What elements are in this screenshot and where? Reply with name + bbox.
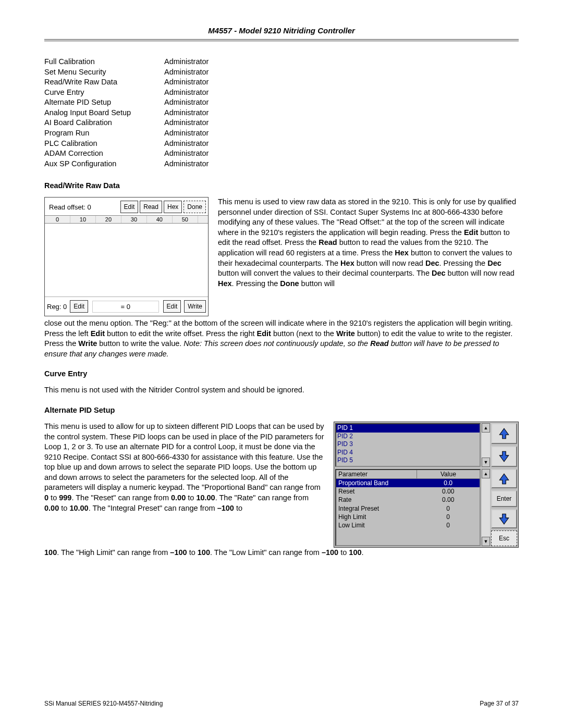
perm-label: Curve Entry xyxy=(44,88,164,98)
section-title-rw: Read/Write Raw Data xyxy=(44,181,519,190)
perm-role: Administrator xyxy=(164,108,268,118)
list-item[interactable]: PID 4 xyxy=(336,449,480,457)
pid-list[interactable]: PID 1 PID 2 PID 3 PID 4 PID 5 xyxy=(335,423,481,467)
section-title-curve: Curve Entry xyxy=(44,369,519,378)
section-title-alt: Alternate PID Setup xyxy=(44,406,519,414)
perm-label: ADAM Correction xyxy=(44,149,164,159)
perm-label: Alternate PID Setup xyxy=(44,97,164,108)
header-rule xyxy=(44,39,519,41)
read-offset-label: Read offset: 0 xyxy=(47,203,119,211)
table-row[interactable]: Integral Preset0 xyxy=(336,504,480,513)
alt-body-left: This menu is used to allow for up to six… xyxy=(44,422,324,548)
rw-panel: Read offset: 0 Edit Read Hex Done 0 10 2… xyxy=(44,197,209,316)
perm-label: Analog Input Board Setup xyxy=(44,108,164,118)
pid-param-table[interactable]: Parameter Value Proportional Band0.0 Res… xyxy=(335,469,481,546)
perm-label: Read/Write Raw Data xyxy=(44,77,164,88)
table-row[interactable]: Reset0.00 xyxy=(336,487,480,496)
perm-label: PLC Calibration xyxy=(44,139,164,149)
value-header: Value xyxy=(417,470,480,478)
edit-offset-button[interactable]: Edit xyxy=(120,201,139,213)
chevron-up-icon[interactable]: ▲ xyxy=(482,469,490,478)
list-item[interactable]: PID 5 xyxy=(336,456,480,465)
table-row[interactable]: Rate0.00 xyxy=(336,496,480,504)
chevron-up-icon[interactable]: ▲ xyxy=(482,423,490,433)
rw-body-full: close out the menu option. The "Reg:" at… xyxy=(44,318,519,359)
footer-left: SSi Manual SERIES 9210-M4557-Nitriding xyxy=(44,700,163,707)
reg-value: = 0 xyxy=(92,301,159,313)
table-row[interactable]: High Limit0 xyxy=(336,513,480,521)
perm-role: Administrator xyxy=(164,149,268,159)
pid-up-button[interactable] xyxy=(491,423,517,444)
perm-role: Administrator xyxy=(164,159,268,169)
permissions-table: Full Calibration Set Menu Security Read/… xyxy=(44,57,519,169)
param-down-button[interactable] xyxy=(491,509,517,528)
perm-role: Administrator xyxy=(164,97,268,108)
alt-body-tail: 100. The "High Limit" can range from –10… xyxy=(44,548,519,558)
table-row[interactable]: Low Limit0 xyxy=(336,521,480,529)
arrow-up-icon xyxy=(497,472,511,486)
arrow-up-icon xyxy=(497,427,511,440)
arrow-down-icon xyxy=(497,450,511,463)
perm-role: Administrator xyxy=(164,57,268,67)
pid-down-button[interactable] xyxy=(491,446,517,467)
perm-role: Administrator xyxy=(164,139,268,149)
rw-grid-body xyxy=(45,224,208,297)
enter-button[interactable]: Enter xyxy=(491,490,517,507)
perm-label: Full Calibration xyxy=(44,57,164,67)
rw-body-right: This menu is used to view raw data as st… xyxy=(218,197,519,316)
hex-button[interactable]: Hex xyxy=(164,201,182,213)
table-row[interactable]: Proportional Band0.0 xyxy=(336,479,480,487)
perm-label: AI Board Calibration xyxy=(44,118,164,128)
write-button[interactable]: Write xyxy=(184,300,206,313)
edit-reg-button[interactable]: Edit xyxy=(70,300,88,313)
param-header: Parameter xyxy=(336,470,417,478)
rw-column-headers: 0 10 20 30 40 50 xyxy=(45,215,208,224)
perm-role: Administrator xyxy=(164,128,268,139)
list-item[interactable]: PID 1 xyxy=(336,424,480,433)
reg-label: Reg: 0 xyxy=(47,303,67,311)
perm-role: Administrator xyxy=(164,118,268,128)
esc-button[interactable]: Esc xyxy=(491,530,517,546)
list-item[interactable]: PID 2 xyxy=(336,433,480,441)
arrow-down-icon xyxy=(497,512,511,526)
chevron-down-icon[interactable]: ▼ xyxy=(482,537,490,546)
perm-role: Administrator xyxy=(164,67,268,78)
perm-label: Aux SP Configuration xyxy=(44,159,164,169)
page-header: M4557 - Model 9210 Nitriding Controller xyxy=(44,26,519,38)
list-item[interactable]: PID 3 xyxy=(336,440,480,449)
curve-body: This menu is not used with the Nitrider … xyxy=(44,385,519,396)
footer-right: Page 37 of 37 xyxy=(480,700,519,707)
done-button[interactable]: Done xyxy=(183,201,206,213)
pid-list-scrollbar[interactable]: ▲ ▼ xyxy=(482,423,490,467)
read-button[interactable]: Read xyxy=(140,201,162,213)
perm-label: Set Menu Security xyxy=(44,67,164,78)
perm-role: Administrator xyxy=(164,77,268,88)
pid-panel: PID 1 PID 2 PID 3 PID 4 PID 5 ▲ ▼ xyxy=(334,422,519,548)
edit-value-button[interactable]: Edit xyxy=(163,300,181,313)
param-table-scrollbar[interactable]: ▲ ▼ xyxy=(482,469,490,546)
param-up-button[interactable] xyxy=(491,469,517,488)
chevron-down-icon[interactable]: ▼ xyxy=(482,458,490,467)
perm-label: Program Run xyxy=(44,128,164,139)
perm-role: Administrator xyxy=(164,88,268,98)
